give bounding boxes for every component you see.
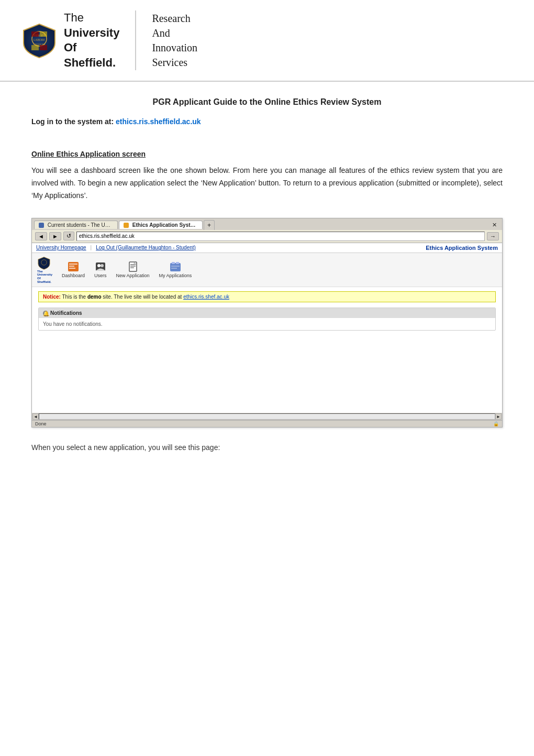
page-header: FIDE ET LABORE GNOSCER The University Of… bbox=[0, 0, 534, 82]
app-header: University Homepage | Log Out (Guillaume… bbox=[32, 243, 502, 253]
users-toolbar-item[interactable]: Users bbox=[94, 261, 107, 278]
browser-tab-1[interactable]: Current students - The University of S..… bbox=[34, 221, 118, 229]
svg-rect-20 bbox=[170, 263, 181, 271]
my-applications-icon bbox=[170, 261, 181, 272]
svg-rect-7 bbox=[40, 45, 47, 50]
toolbar-shield-icon bbox=[37, 256, 51, 270]
dashboard-toolbar-item[interactable]: Dashboard bbox=[62, 261, 85, 278]
dashboard-icon bbox=[68, 261, 79, 272]
notice-link[interactable]: ethics.ris.shef.ac.uk bbox=[183, 294, 229, 300]
section-heading: Online Ethics Application screen bbox=[31, 150, 503, 158]
app-content: Notice: This is the demo site. The live … bbox=[32, 287, 502, 413]
svg-rect-10 bbox=[69, 264, 77, 265]
section-body: You will see a dashboard screen like the… bbox=[31, 165, 503, 202]
browser-tab-2[interactable]: Ethics Application System - Dash... bbox=[119, 221, 203, 229]
svg-rect-22 bbox=[176, 262, 179, 264]
tab2-icon bbox=[124, 223, 129, 228]
svg-rect-4 bbox=[31, 31, 39, 37]
scroll-right-arrow[interactable]: ► bbox=[495, 413, 502, 420]
university-name: The University Of Sheffield. bbox=[64, 10, 119, 70]
browser-close-button[interactable]: ✕ bbox=[489, 222, 500, 228]
ris-title: Research And Innovation Services bbox=[136, 11, 197, 70]
login-line: Log in to the system at: ethics.ris.shef… bbox=[31, 117, 503, 126]
footer-text: When you select a new application, you w… bbox=[31, 443, 503, 452]
app-header-left: University Homepage | Log Out (Guillaume… bbox=[36, 245, 196, 250]
uni-name-university: University bbox=[64, 26, 119, 41]
address-bar[interactable] bbox=[76, 232, 485, 241]
university-logo-area: FIDE ET LABORE GNOSCER The University Of… bbox=[21, 10, 136, 70]
uni-name-the: The bbox=[64, 10, 119, 26]
new-tab-button[interactable]: + bbox=[204, 220, 215, 230]
notice-bar: Notice: This is the demo site. The live … bbox=[38, 291, 496, 302]
horizontal-scrollbar[interactable]: ◄ ► bbox=[32, 413, 502, 420]
new-application-toolbar-item[interactable]: New Application bbox=[116, 261, 150, 278]
notifications-body: You have no notifications. bbox=[39, 318, 495, 330]
notifications-header: 🔔 Notifications bbox=[39, 308, 495, 318]
svg-rect-6 bbox=[31, 45, 39, 50]
notifications-section: 🔔 Notifications You have no notification… bbox=[38, 308, 496, 331]
notification-icon: 🔔 bbox=[43, 311, 48, 316]
go-button[interactable]: → bbox=[487, 232, 499, 240]
notice-demo: demo bbox=[87, 294, 102, 300]
svg-rect-5 bbox=[40, 31, 47, 37]
svg-rect-11 bbox=[69, 266, 74, 267]
forward-button[interactable]: ► bbox=[49, 232, 61, 240]
scroll-track bbox=[39, 413, 495, 420]
browser-mockup: Current students - The University of S..… bbox=[31, 218, 503, 428]
scroll-left-arrow[interactable]: ◄ bbox=[32, 413, 39, 420]
app-header-right: Ethics Application System bbox=[426, 245, 498, 251]
svg-point-14 bbox=[97, 264, 101, 267]
users-icon bbox=[95, 261, 106, 272]
university-shield-icon: FIDE ET LABORE GNOSCER bbox=[21, 22, 58, 59]
refresh-button[interactable]: ↺ bbox=[63, 232, 74, 240]
tab1-icon bbox=[39, 223, 44, 228]
app-toolbar: The University Of Sheffield. Dashboard bbox=[32, 253, 502, 287]
page-title: PGR Applicant Guide to the Online Ethics… bbox=[31, 97, 503, 107]
university-homepage-link[interactable]: University Homepage bbox=[36, 245, 86, 250]
uni-name-of: Of bbox=[64, 40, 119, 56]
back-button[interactable]: ◄ bbox=[35, 232, 47, 240]
svg-point-15 bbox=[101, 264, 104, 267]
svg-rect-12 bbox=[69, 268, 75, 269]
notice-prefix: Notice: bbox=[43, 294, 61, 300]
my-applications-toolbar-item[interactable]: My Applications bbox=[159, 261, 192, 278]
login-link[interactable]: ethics.ris.sheffield.ac.uk bbox=[116, 117, 201, 126]
status-text: Done bbox=[35, 421, 47, 426]
new-application-icon bbox=[127, 261, 139, 272]
browser-statusbar: Done 🔒 bbox=[32, 420, 502, 427]
main-content: PGR Applicant Guide to the Online Ethics… bbox=[0, 82, 534, 467]
svg-text:LABORE: LABORE bbox=[34, 38, 46, 41]
svg-rect-21 bbox=[172, 262, 175, 264]
logout-link[interactable]: Log Out (Guillaumette Haughton - Student… bbox=[96, 245, 196, 250]
uni-name-sheffield: Sheffield. bbox=[64, 56, 119, 71]
toolbar-logo: The University Of Sheffield. bbox=[37, 256, 52, 283]
browser-navbar: ◄ ► ↺ → bbox=[32, 230, 502, 243]
browser-tabs: Current students - The University of S..… bbox=[32, 218, 502, 230]
